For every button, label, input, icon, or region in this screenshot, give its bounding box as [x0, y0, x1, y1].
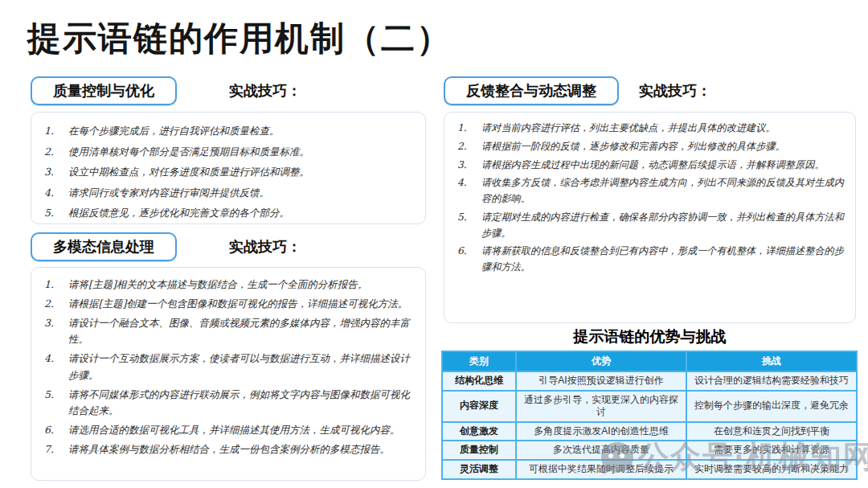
list-item-text: 请求同行或专家对内容进行审阅并提供反馈。	[68, 184, 416, 202]
list-item-number: 2.	[43, 296, 68, 313]
list-item: 1. 请将[主题]相关的文本描述与数据结合，生成一个全面的分析报告。	[43, 277, 416, 293]
section-badge-feedback: 反馈整合与动态调整	[444, 76, 619, 105]
list-item-number: 6.	[456, 244, 481, 276]
list-item-number: 1.	[43, 122, 68, 140]
list-item-text: 请定期对生成的内容进行检查，确保各部分内容协调一致，并列出检查的具体方法和步骤。	[481, 210, 845, 242]
cell-advantage: 多次迭代提高内容质量	[516, 441, 686, 460]
list-item-number: 5.	[43, 387, 68, 420]
list-item: 1. 请对当前内容进行评估，列出主要优缺点，并提出具体的改进建议。	[456, 121, 845, 137]
list-item: 5. 请将不同媒体形式的内容进行联动展示，例如将文字内容与图像和数据可视化结合起…	[43, 387, 416, 420]
list-item: 4. 请设计一个互动数据展示方案，使读者可以与数据进行互动，并详细描述设计步骤。	[43, 351, 416, 384]
list-item-number: 4.	[456, 175, 481, 207]
cell-challenge: 需要更多的实践和计算资源	[686, 441, 857, 460]
cell-challenge: 控制每个步骤的输出深度，避免冗余	[686, 391, 857, 422]
list-item: 4. 请求同行或专家对内容进行审阅并提供反馈。	[43, 184, 416, 202]
list-item: 2. 请根据前一阶段的反馈，逐步修改和完善内容，列出修改的具体步骤。	[456, 139, 845, 155]
cell-category: 灵活调整	[442, 460, 516, 479]
list-quality-tips: 1. 在每个步骤完成后，进行自我评估和质量检查。 2. 使用清单核对每个部分是否…	[31, 112, 426, 224]
list-item-number: 3.	[43, 315, 68, 349]
list-item-text: 请设计一个互动数据展示方案，使读者可以与数据进行互动，并详细描述设计步骤。	[68, 351, 416, 384]
table-row: 灵活调整 可根据中奖结果随时调整后续提示 实时调整需要较高的判断和决策能力	[442, 460, 857, 479]
list-item-text: 请根据[主题]创建一个包含图像和数据可视化的报告，详细描述可视化方法。	[68, 296, 416, 313]
list-item: 2. 请根据[主题]创建一个包含图像和数据可视化的报告，详细描述可视化方法。	[43, 296, 416, 313]
list-item-text: 请将[主题]相关的文本描述与数据结合，生成一个全面的分析报告。	[68, 277, 416, 293]
list-item-text: 设立中期检查点，对任务进度和质量进行评估和调整。	[68, 163, 416, 181]
list-item-text: 请收集多方反馈，综合考虑并调整内容生成方向，列出不同来源的反馈及其对生成内容的影…	[481, 175, 845, 207]
list-item: 3. 请根据内容生成过程中出现的新问题，动态调整后续提示语，并解释调整原因。	[456, 158, 845, 174]
list-item: 3. 设立中期检查点，对任务进度和质量进行评估和调整。	[43, 163, 416, 181]
list-item: 5. 请定期对生成的内容进行检查，确保各部分内容协调一致，并列出检查的具体方法和…	[456, 210, 845, 242]
table-row: 创意激发 多角度提示激发AI的创造性思维 在创意和连贯之间找到平衡	[442, 422, 857, 441]
cell-challenge: 在创意和连贯之间找到平衡	[686, 422, 857, 441]
table-row: 结构化思维 引导AI按照预设逻辑进行创作 设计合理的逻辑结构需要经验和技巧	[442, 371, 857, 391]
list-item: 3. 请设计一个融合文本、图像、音频或视频元素的多媒体内容，增强内容的丰富性。	[43, 315, 416, 349]
list-item-number: 5.	[43, 204, 68, 222]
cell-advantage: 通过多步引导，实现更深入的内容探讨	[516, 391, 686, 422]
advantages-challenges-table: 类别 优势 挑战 结构化思维 引导AI按照预设逻辑进行创作 设计合理的逻辑结构需…	[441, 351, 858, 480]
list-item-number: 1.	[456, 121, 481, 137]
list-item-number: 1.	[43, 277, 68, 293]
tips-label: 实战技巧：	[229, 81, 301, 100]
cell-advantage: 可根据中奖结果随时调整后续提示	[516, 460, 686, 479]
list-item-text: 请根据内容生成过程中出现的新问题，动态调整后续提示语，并解释调整原因。	[481, 158, 845, 174]
list-item-text: 请设计一个融合文本、图像、音频或视频元素的多媒体内容，增强内容的丰富性。	[68, 315, 416, 349]
list-item-text: 请将具体案例与数据分析相结合，生成一份包含案例分析的多模态报告。	[68, 441, 416, 458]
tips-label: 实战技巧：	[229, 237, 301, 256]
list-item-number: 5.	[456, 210, 481, 242]
list-item-number: 6.	[43, 422, 68, 439]
table-header-advantage: 优势	[516, 351, 686, 371]
list-item-number: 2.	[456, 139, 481, 155]
cell-challenge: 设计合理的逻辑结构需要经验和技巧	[686, 371, 857, 391]
section-feedback-header: 反馈整合与动态调整 实战技巧：	[444, 76, 856, 105]
list-item: 6. 请将新获取的信息和反馈整合到已有内容中，形成一个有机整体，详细描述整合的步…	[456, 244, 845, 276]
list-item: 2. 使用清单核对每个部分是否满足预期目标和质量标准。	[43, 143, 416, 161]
table-header-challenge: 挑战	[686, 351, 857, 371]
list-item: 1. 在每个步骤完成后，进行自我评估和质量检查。	[43, 122, 416, 140]
cell-challenge: 实时调整需要较高的判断和决策能力	[686, 460, 857, 479]
cell-category: 质量控制	[442, 441, 516, 460]
cell-category: 内容深度	[442, 391, 516, 422]
table-row: 内容深度 通过多步引导，实现更深入的内容探讨 控制每个步骤的输出深度，避免冗余	[442, 391, 857, 422]
list-item-text: 请将不同媒体形式的内容进行联动展示，例如将文字内容与图像和数据可视化结合起来。	[68, 387, 416, 420]
list-item-number: 3.	[456, 158, 481, 174]
list-item-number: 2.	[43, 143, 68, 161]
list-item-number: 3.	[43, 163, 68, 181]
list-item-text: 请选用合适的数据可视化工具，并详细描述其使用方法，生成可视化内容。	[68, 422, 416, 439]
cell-advantage: 引导AI按照预设逻辑进行创作	[516, 371, 686, 391]
list-item-text: 使用清单核对每个部分是否满足预期目标和质量标准。	[68, 143, 416, 161]
table-header-row: 类别 优势 挑战	[442, 351, 857, 371]
list-feedback-tips: 1. 请对当前内容进行评估，列出主要优缺点，并提出具体的改进建议。 2. 请根据…	[444, 112, 856, 323]
cell-category: 结构化思维	[442, 371, 516, 391]
list-item-text: 请将新获取的信息和反馈整合到已有内容中，形成一个有机整体，详细描述整合的步骤和方…	[481, 244, 845, 276]
list-item-number: 7.	[43, 441, 68, 458]
table-row: 质量控制 多次迭代提高内容质量 需要更多的实践和计算资源	[442, 441, 857, 460]
list-multimodal-tips: 1. 请将[主题]相关的文本描述与数据结合，生成一个全面的分析报告。 2. 请根…	[31, 267, 426, 481]
list-item: 4. 请收集多方反馈，综合考虑并调整内容生成方向，列出不同来源的反馈及其对生成内…	[456, 175, 845, 207]
list-item-text: 请对当前内容进行评估，列出主要优缺点，并提出具体的改进建议。	[481, 121, 845, 137]
cell-category: 创意激发	[442, 422, 516, 441]
list-item-number: 4.	[43, 351, 68, 384]
section-badge-quality: 质量控制与优化	[31, 76, 177, 105]
section-multimodal-header: 多模态信息处理 实战技巧：	[31, 232, 426, 261]
section-quality-header: 质量控制与优化 实战技巧：	[31, 76, 426, 105]
page-title: 提示语链的作用机制（二）	[27, 16, 452, 61]
tips-label: 实战技巧：	[639, 81, 711, 100]
list-item-text: 在每个步骤完成后，进行自我评估和质量检查。	[68, 122, 416, 140]
list-item: 7. 请将具体案例与数据分析相结合，生成一份包含案例分析的多模态报告。	[43, 441, 416, 458]
section-badge-multimodal: 多模态信息处理	[31, 232, 177, 261]
table-body: 结构化思维 引导AI按照预设逻辑进行创作 设计合理的逻辑结构需要经验和技巧 内容…	[442, 371, 857, 479]
list-item-number: 4.	[43, 184, 68, 202]
cell-advantage: 多角度提示激发AI的创造性思维	[516, 422, 686, 441]
list-item: 5. 根据反馈意见，逐步优化和完善文章的各个部分。	[43, 204, 416, 222]
list-item-text: 根据反馈意见，逐步优化和完善文章的各个部分。	[68, 204, 416, 222]
table-title: 提示语链的优势与挑战	[444, 326, 856, 347]
list-item-text: 请根据前一阶段的反馈，逐步修改和完善内容，列出修改的具体步骤。	[481, 139, 845, 155]
list-item: 6. 请选用合适的数据可视化工具，并详细描述其使用方法，生成可视化内容。	[43, 422, 416, 439]
table-header-category: 类别	[442, 351, 516, 371]
